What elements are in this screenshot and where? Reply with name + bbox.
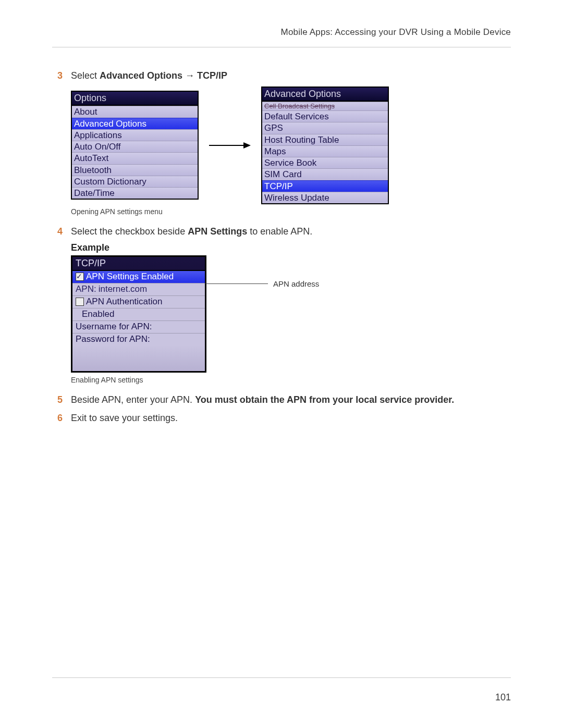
step-5-lead: Beside APN, enter your APN. [71,394,195,405]
adv-item-tcpip: TCP/IP [262,180,388,192]
step-5-text: Beside APN, enter your APN. You must obt… [71,392,511,408]
annotation-line-icon [205,283,268,284]
example-heading: Example [71,242,511,253]
tcpip-apn-auth-label: APN Authentication [86,296,162,308]
options-item-bluetooth: Bluetooth [72,164,198,176]
step-4-number: 4 [57,224,71,239]
figure1-caption: Opening APN settings menu [71,207,511,216]
step-3-bold1: Advanced Options [100,70,182,81]
tcpip-username-line: Username for APN: [72,320,205,333]
annotation-leader: APN address [205,279,319,288]
phone-screenshot-tcpip: TCP/IP APN Settings Enabled APN: interne… [71,255,206,373]
figure-apn-menu: Options About Advanced Options Applicati… [71,87,511,216]
step-6: 6 Exit to save your settings. [57,411,511,426]
adv-item-default-services: Default Services [262,110,388,122]
svg-marker-1 [243,142,251,149]
step-6-text: Exit to save your settings. [71,411,511,426]
step-3-number: 3 [57,68,71,83]
tcpip-password-line: Password for APN: [72,333,205,346]
step-3: 3 Select Advanced Options → TCP/IP [57,68,511,83]
tcpip-apn-line: APN: internet.com [72,283,205,295]
step-4-bold1: APN Settings [188,226,247,237]
arrow-icon [209,141,251,150]
checkbox-unchecked-icon [76,298,84,306]
tcpip-apn-auth-enabled: Enabled [72,308,205,320]
step-4-trail: to enable APN. [247,226,312,237]
document-page: Mobile Apps: Accessing your DVR Using a … [0,0,563,728]
step-5-bold1: You must obtain the APN from your local … [195,394,454,405]
step-3-text: Select Advanced Options → TCP/IP [71,68,511,83]
step-6-number: 6 [57,411,71,426]
page-number: 101 [495,692,511,703]
adv-item-maps: Maps [262,145,388,157]
tcpip-apn-label: APN: [76,283,96,295]
adv-item-gps: GPS [262,122,388,133]
phone-screenshot-advanced-options: Advanced Options Cell Broadcast Settings… [261,87,389,204]
footer-rule [52,677,511,678]
page-header-breadcrumb: Mobile Apps: Accessing your DVR Using a … [52,27,511,38]
header-rule [52,47,511,47]
options-item-custom-dictionary: Custom Dictionary [72,176,198,187]
tcpip-apn-auth-line: APN Authentication [72,295,205,308]
options-item-auto-on-off: Auto On/Off [72,141,198,152]
step-5-number: 5 [57,392,71,408]
tcpip-title: TCP/IP [72,257,205,271]
options-item-autotext: AutoText [72,152,198,164]
step-3-bold2: TCP/IP [197,70,227,81]
adv-item-service-book: Service Book [262,157,388,168]
step-4-text: Select the checkbox beside APN Settings … [71,224,511,239]
adv-item-cell-broadcast: Cell Broadcast Settings [262,102,388,110]
figure-tcpip: TCP/IP APN Settings Enabled APN: interne… [71,255,511,385]
tcpip-apn-settings-label: APN Settings Enabled [86,271,174,283]
adv-item-sim-card: SIM Card [262,168,388,180]
step-4: 4 Select the checkbox beside APN Setting… [57,224,511,239]
options-title: Options [72,92,198,106]
step-5: 5 Beside APN, enter your APN. You must o… [57,392,511,408]
options-item-date-time: Date/Time [72,187,198,199]
adv-item-host-routing-table: Host Routing Table [262,134,388,145]
options-item-applications: Applications [72,129,198,141]
figure2-caption: Enabling APN settings [71,376,511,384]
adv-item-wireless-update: Wireless Update [262,192,388,203]
annotation-apn-address: APN address [273,279,319,288]
tcpip-apn-value: internet.com [99,283,148,295]
options-item-advanced-options: Advanced Options [72,118,198,129]
options-item-about: About [72,106,198,117]
checkbox-checked-icon [76,273,84,281]
advanced-options-title: Advanced Options [262,88,388,102]
tcpip-empty-area [72,345,205,371]
step-3-lead: Select [71,70,100,81]
tcpip-apn-settings-enabled: APN Settings Enabled [72,271,205,283]
step-4-lead: Select the checkbox beside [71,226,188,237]
phone-screenshot-options: Options About Advanced Options Applicati… [71,91,199,200]
step-3-arrow: → [182,70,197,81]
